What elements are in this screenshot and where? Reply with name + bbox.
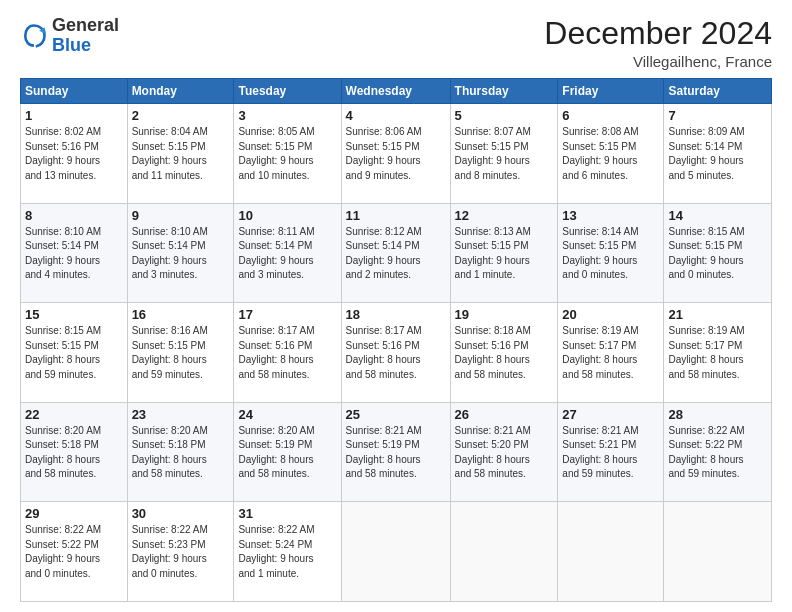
logo-blue: Blue: [52, 36, 119, 56]
day-number: 2: [132, 108, 230, 123]
header-thursday: Thursday: [450, 79, 558, 104]
table-row: 16Sunrise: 8:16 AMSunset: 5:15 PMDayligh…: [127, 303, 234, 403]
table-row: 6Sunrise: 8:08 AMSunset: 5:15 PMDaylight…: [558, 104, 664, 204]
day-number: 18: [346, 307, 446, 322]
day-number: 24: [238, 407, 336, 422]
table-row: 29Sunrise: 8:22 AMSunset: 5:22 PMDayligh…: [21, 502, 128, 602]
header-tuesday: Tuesday: [234, 79, 341, 104]
day-number: 22: [25, 407, 123, 422]
day-number: 7: [668, 108, 767, 123]
logo-icon: [20, 22, 48, 50]
table-row: 27Sunrise: 8:21 AMSunset: 5:21 PMDayligh…: [558, 402, 664, 502]
logo-text: General Blue: [52, 16, 119, 56]
day-info: Sunrise: 8:15 AMSunset: 5:15 PMDaylight:…: [25, 324, 123, 382]
table-row: 22Sunrise: 8:20 AMSunset: 5:18 PMDayligh…: [21, 402, 128, 502]
table-row: 11Sunrise: 8:12 AMSunset: 5:14 PMDayligh…: [341, 203, 450, 303]
day-number: 13: [562, 208, 659, 223]
day-number: 12: [455, 208, 554, 223]
day-info: Sunrise: 8:10 AMSunset: 5:14 PMDaylight:…: [25, 225, 123, 283]
table-row: 4Sunrise: 8:06 AMSunset: 5:15 PMDaylight…: [341, 104, 450, 204]
table-row: 19Sunrise: 8:18 AMSunset: 5:16 PMDayligh…: [450, 303, 558, 403]
logo: General Blue: [20, 16, 119, 56]
table-row: [341, 502, 450, 602]
calendar-week-row: 15Sunrise: 8:15 AMSunset: 5:15 PMDayligh…: [21, 303, 772, 403]
header-wednesday: Wednesday: [341, 79, 450, 104]
table-row: 20Sunrise: 8:19 AMSunset: 5:17 PMDayligh…: [558, 303, 664, 403]
day-number: 5: [455, 108, 554, 123]
day-number: 29: [25, 506, 123, 521]
day-info: Sunrise: 8:22 AMSunset: 5:22 PMDaylight:…: [25, 523, 123, 581]
header-saturday: Saturday: [664, 79, 772, 104]
table-row: 1Sunrise: 8:02 AMSunset: 5:16 PMDaylight…: [21, 104, 128, 204]
day-info: Sunrise: 8:17 AMSunset: 5:16 PMDaylight:…: [346, 324, 446, 382]
day-info: Sunrise: 8:12 AMSunset: 5:14 PMDaylight:…: [346, 225, 446, 283]
table-row: 13Sunrise: 8:14 AMSunset: 5:15 PMDayligh…: [558, 203, 664, 303]
day-number: 4: [346, 108, 446, 123]
table-row: 17Sunrise: 8:17 AMSunset: 5:16 PMDayligh…: [234, 303, 341, 403]
table-row: 25Sunrise: 8:21 AMSunset: 5:19 PMDayligh…: [341, 402, 450, 502]
table-row: [664, 502, 772, 602]
day-number: 10: [238, 208, 336, 223]
day-number: 25: [346, 407, 446, 422]
table-row: 2Sunrise: 8:04 AMSunset: 5:15 PMDaylight…: [127, 104, 234, 204]
table-row: 5Sunrise: 8:07 AMSunset: 5:15 PMDaylight…: [450, 104, 558, 204]
day-info: Sunrise: 8:02 AMSunset: 5:16 PMDaylight:…: [25, 125, 123, 183]
table-row: 3Sunrise: 8:05 AMSunset: 5:15 PMDaylight…: [234, 104, 341, 204]
table-row: 9Sunrise: 8:10 AMSunset: 5:14 PMDaylight…: [127, 203, 234, 303]
day-info: Sunrise: 8:22 AMSunset: 5:23 PMDaylight:…: [132, 523, 230, 581]
logo-general: General: [52, 16, 119, 36]
day-number: 26: [455, 407, 554, 422]
day-number: 3: [238, 108, 336, 123]
calendar-week-row: 8Sunrise: 8:10 AMSunset: 5:14 PMDaylight…: [21, 203, 772, 303]
day-number: 20: [562, 307, 659, 322]
day-info: Sunrise: 8:08 AMSunset: 5:15 PMDaylight:…: [562, 125, 659, 183]
day-number: 15: [25, 307, 123, 322]
day-number: 8: [25, 208, 123, 223]
day-info: Sunrise: 8:14 AMSunset: 5:15 PMDaylight:…: [562, 225, 659, 283]
table-row: 21Sunrise: 8:19 AMSunset: 5:17 PMDayligh…: [664, 303, 772, 403]
calendar-week-row: 22Sunrise: 8:20 AMSunset: 5:18 PMDayligh…: [21, 402, 772, 502]
day-info: Sunrise: 8:22 AMSunset: 5:22 PMDaylight:…: [668, 424, 767, 482]
header-sunday: Sunday: [21, 79, 128, 104]
table-row: [558, 502, 664, 602]
day-info: Sunrise: 8:20 AMSunset: 5:18 PMDaylight:…: [132, 424, 230, 482]
day-number: 14: [668, 208, 767, 223]
day-number: 31: [238, 506, 336, 521]
table-row: 28Sunrise: 8:22 AMSunset: 5:22 PMDayligh…: [664, 402, 772, 502]
day-number: 9: [132, 208, 230, 223]
day-number: 30: [132, 506, 230, 521]
header-friday: Friday: [558, 79, 664, 104]
day-number: 1: [25, 108, 123, 123]
day-info: Sunrise: 8:05 AMSunset: 5:15 PMDaylight:…: [238, 125, 336, 183]
calendar-week-row: 29Sunrise: 8:22 AMSunset: 5:22 PMDayligh…: [21, 502, 772, 602]
day-number: 17: [238, 307, 336, 322]
table-row: 7Sunrise: 8:09 AMSunset: 5:14 PMDaylight…: [664, 104, 772, 204]
day-info: Sunrise: 8:13 AMSunset: 5:15 PMDaylight:…: [455, 225, 554, 283]
calendar-header-row: Sunday Monday Tuesday Wednesday Thursday…: [21, 79, 772, 104]
day-info: Sunrise: 8:21 AMSunset: 5:20 PMDaylight:…: [455, 424, 554, 482]
calendar-table: Sunday Monday Tuesday Wednesday Thursday…: [20, 78, 772, 602]
day-info: Sunrise: 8:20 AMSunset: 5:18 PMDaylight:…: [25, 424, 123, 482]
table-row: 10Sunrise: 8:11 AMSunset: 5:14 PMDayligh…: [234, 203, 341, 303]
day-info: Sunrise: 8:06 AMSunset: 5:15 PMDaylight:…: [346, 125, 446, 183]
day-info: Sunrise: 8:20 AMSunset: 5:19 PMDaylight:…: [238, 424, 336, 482]
header: General Blue December 2024 Villegailhenc…: [20, 16, 772, 70]
table-row: 15Sunrise: 8:15 AMSunset: 5:15 PMDayligh…: [21, 303, 128, 403]
table-row: 30Sunrise: 8:22 AMSunset: 5:23 PMDayligh…: [127, 502, 234, 602]
day-info: Sunrise: 8:21 AMSunset: 5:19 PMDaylight:…: [346, 424, 446, 482]
title-block: December 2024 Villegailhenc, France: [544, 16, 772, 70]
day-info: Sunrise: 8:21 AMSunset: 5:21 PMDaylight:…: [562, 424, 659, 482]
location: Villegailhenc, France: [544, 53, 772, 70]
table-row: 8Sunrise: 8:10 AMSunset: 5:14 PMDaylight…: [21, 203, 128, 303]
day-number: 19: [455, 307, 554, 322]
day-info: Sunrise: 8:10 AMSunset: 5:14 PMDaylight:…: [132, 225, 230, 283]
day-info: Sunrise: 8:16 AMSunset: 5:15 PMDaylight:…: [132, 324, 230, 382]
table-row: 26Sunrise: 8:21 AMSunset: 5:20 PMDayligh…: [450, 402, 558, 502]
day-info: Sunrise: 8:19 AMSunset: 5:17 PMDaylight:…: [562, 324, 659, 382]
day-number: 27: [562, 407, 659, 422]
table-row: 14Sunrise: 8:15 AMSunset: 5:15 PMDayligh…: [664, 203, 772, 303]
day-number: 21: [668, 307, 767, 322]
table-row: 24Sunrise: 8:20 AMSunset: 5:19 PMDayligh…: [234, 402, 341, 502]
month-title: December 2024: [544, 16, 772, 51]
header-monday: Monday: [127, 79, 234, 104]
